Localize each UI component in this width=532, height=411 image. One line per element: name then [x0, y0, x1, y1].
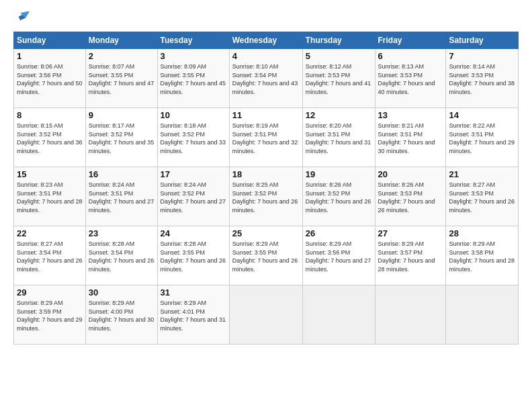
day-number: 11 — [232, 110, 300, 120]
calendar-table: Sunday Monday Tuesday Wednesday Thursday… — [13, 32, 519, 345]
calendar-cell — [446, 285, 519, 345]
day-detail: Sunrise: 8:23 AMSunset: 3:51 PMDaylight:… — [17, 181, 83, 214]
day-detail: Sunrise: 8:29 AMSunset: 3:57 PMDaylight:… — [378, 240, 443, 273]
col-friday: Friday — [375, 32, 446, 49]
calendar-cell: 2Sunrise: 8:07 AMSunset: 3:55 PMDaylight… — [85, 49, 157, 108]
calendar-cell: 24Sunrise: 8:28 AMSunset: 3:55 PMDayligh… — [157, 226, 229, 285]
calendar-cell: 1Sunrise: 8:06 AMSunset: 3:56 PMDaylight… — [14, 49, 86, 108]
logo — [13, 10, 31, 25]
day-detail: Sunrise: 8:29 AMSunset: 4:01 PMDaylight:… — [161, 299, 226, 332]
col-saturday: Saturday — [446, 32, 519, 49]
day-detail: Sunrise: 8:24 AMSunset: 3:52 PMDaylight:… — [161, 181, 226, 214]
page-container: Sunday Monday Tuesday Wednesday Thursday… — [0, 0, 532, 351]
calendar-week-row: 15Sunrise: 8:23 AMSunset: 3:51 PMDayligh… — [14, 167, 519, 226]
day-detail: Sunrise: 8:28 AMSunset: 3:54 PMDaylight:… — [89, 240, 154, 273]
calendar-cell: 19Sunrise: 8:26 AMSunset: 3:52 PMDayligh… — [302, 167, 375, 226]
day-detail: Sunrise: 8:27 AMSunset: 3:54 PMDaylight:… — [17, 240, 83, 273]
day-detail: Sunrise: 8:09 AMSunset: 3:55 PMDaylight:… — [161, 62, 226, 96]
calendar-cell: 28Sunrise: 8:29 AMSunset: 3:58 PMDayligh… — [446, 226, 519, 285]
day-detail: Sunrise: 8:24 AMSunset: 3:51 PMDaylight:… — [89, 181, 154, 214]
day-detail: Sunrise: 8:07 AMSunset: 3:55 PMDaylight:… — [89, 62, 154, 96]
calendar-cell: 21Sunrise: 8:27 AMSunset: 3:53 PMDayligh… — [446, 167, 519, 226]
calendar-cell: 16Sunrise: 8:24 AMSunset: 3:51 PMDayligh… — [85, 167, 157, 226]
col-tuesday: Tuesday — [157, 32, 229, 49]
day-number: 7 — [449, 51, 515, 61]
day-number: 31 — [161, 287, 226, 298]
calendar-week-row: 1Sunrise: 8:06 AMSunset: 3:56 PMDaylight… — [14, 49, 519, 108]
day-number: 10 — [161, 110, 226, 120]
day-number: 21 — [449, 169, 515, 179]
day-number: 27 — [378, 228, 443, 238]
day-detail: Sunrise: 8:13 AMSunset: 3:53 PMDaylight:… — [378, 62, 443, 96]
calendar-cell — [375, 285, 446, 345]
day-detail: Sunrise: 8:29 AMSunset: 3:55 PMDaylight:… — [232, 240, 300, 273]
calendar-cell: 17Sunrise: 8:24 AMSunset: 3:52 PMDayligh… — [157, 167, 229, 226]
day-detail: Sunrise: 8:17 AMSunset: 3:52 PMDaylight:… — [89, 122, 154, 155]
day-number: 26 — [306, 228, 372, 238]
day-detail: Sunrise: 8:29 AMSunset: 3:59 PMDaylight:… — [17, 299, 83, 332]
day-number: 3 — [161, 51, 226, 61]
calendar-cell: 25Sunrise: 8:29 AMSunset: 3:55 PMDayligh… — [229, 226, 302, 285]
calendar-cell — [302, 285, 375, 345]
day-detail: Sunrise: 8:26 AMSunset: 3:53 PMDaylight:… — [378, 181, 443, 214]
day-number: 16 — [89, 169, 154, 179]
day-number: 17 — [161, 169, 226, 179]
col-wednesday: Wednesday — [229, 32, 302, 49]
calendar-cell: 9Sunrise: 8:17 AMSunset: 3:52 PMDaylight… — [85, 108, 157, 167]
calendar-week-row: 29Sunrise: 8:29 AMSunset: 3:59 PMDayligh… — [14, 285, 519, 345]
day-detail: Sunrise: 8:12 AMSunset: 3:53 PMDaylight:… — [306, 62, 372, 96]
day-detail: Sunrise: 8:21 AMSunset: 3:51 PMDaylight:… — [378, 122, 443, 155]
calendar-cell: 6Sunrise: 8:13 AMSunset: 3:53 PMDaylight… — [375, 49, 446, 108]
day-detail: Sunrise: 8:18 AMSunset: 3:52 PMDaylight:… — [161, 122, 226, 155]
day-number: 28 — [449, 228, 515, 238]
col-monday: Monday — [85, 32, 157, 49]
calendar-cell: 11Sunrise: 8:19 AMSunset: 3:51 PMDayligh… — [229, 108, 302, 167]
day-number: 24 — [161, 228, 226, 238]
day-number: 22 — [17, 228, 83, 238]
day-detail: Sunrise: 8:20 AMSunset: 3:51 PMDaylight:… — [306, 122, 372, 155]
col-sunday: Sunday — [14, 32, 86, 49]
calendar-cell: 18Sunrise: 8:25 AMSunset: 3:52 PMDayligh… — [229, 167, 302, 226]
day-detail: Sunrise: 8:15 AMSunset: 3:52 PMDaylight:… — [17, 122, 83, 155]
calendar-cell: 4Sunrise: 8:10 AMSunset: 3:54 PMDaylight… — [229, 49, 302, 108]
calendar-cell: 3Sunrise: 8:09 AMSunset: 3:55 PMDaylight… — [157, 49, 229, 108]
calendar-cell: 30Sunrise: 8:29 AMSunset: 4:00 PMDayligh… — [85, 285, 157, 345]
day-number: 12 — [306, 110, 372, 120]
day-number: 25 — [232, 228, 300, 238]
calendar-header-row: Sunday Monday Tuesday Wednesday Thursday… — [14, 32, 519, 49]
day-number: 19 — [306, 169, 372, 179]
day-detail: Sunrise: 8:22 AMSunset: 3:51 PMDaylight:… — [449, 122, 515, 155]
calendar-cell: 29Sunrise: 8:29 AMSunset: 3:59 PMDayligh… — [14, 285, 86, 345]
calendar-week-row: 8Sunrise: 8:15 AMSunset: 3:52 PMDaylight… — [14, 108, 519, 167]
calendar-cell: 5Sunrise: 8:12 AMSunset: 3:53 PMDaylight… — [302, 49, 375, 108]
day-number: 20 — [378, 169, 443, 179]
calendar-cell: 15Sunrise: 8:23 AMSunset: 3:51 PMDayligh… — [14, 167, 86, 226]
day-number: 15 — [17, 169, 83, 179]
calendar-cell — [229, 285, 302, 345]
page-header — [13, 10, 519, 25]
calendar-cell: 31Sunrise: 8:29 AMSunset: 4:01 PMDayligh… — [157, 285, 229, 345]
calendar-cell: 13Sunrise: 8:21 AMSunset: 3:51 PMDayligh… — [375, 108, 446, 167]
day-detail: Sunrise: 8:14 AMSunset: 3:53 PMDaylight:… — [449, 62, 515, 96]
calendar-cell: 20Sunrise: 8:26 AMSunset: 3:53 PMDayligh… — [375, 167, 446, 226]
day-number: 2 — [89, 51, 154, 61]
day-detail: Sunrise: 8:29 AMSunset: 3:58 PMDaylight:… — [449, 240, 515, 273]
day-number: 30 — [89, 287, 154, 298]
calendar-cell: 26Sunrise: 8:29 AMSunset: 3:56 PMDayligh… — [302, 226, 375, 285]
calendar-cell: 12Sunrise: 8:20 AMSunset: 3:51 PMDayligh… — [302, 108, 375, 167]
day-detail: Sunrise: 8:29 AMSunset: 3:56 PMDaylight:… — [306, 240, 372, 273]
calendar-week-row: 22Sunrise: 8:27 AMSunset: 3:54 PMDayligh… — [14, 226, 519, 285]
col-thursday: Thursday — [302, 32, 375, 49]
day-number: 8 — [17, 110, 83, 120]
calendar-cell: 27Sunrise: 8:29 AMSunset: 3:57 PMDayligh… — [375, 226, 446, 285]
day-detail: Sunrise: 8:26 AMSunset: 3:52 PMDaylight:… — [306, 181, 372, 214]
day-number: 5 — [306, 51, 372, 61]
day-detail: Sunrise: 8:10 AMSunset: 3:54 PMDaylight:… — [232, 62, 300, 96]
calendar-cell: 23Sunrise: 8:28 AMSunset: 3:54 PMDayligh… — [85, 226, 157, 285]
day-number: 6 — [378, 51, 443, 61]
day-number: 14 — [449, 110, 515, 120]
day-detail: Sunrise: 8:19 AMSunset: 3:51 PMDaylight:… — [232, 122, 300, 155]
day-number: 29 — [17, 287, 83, 298]
calendar-cell: 8Sunrise: 8:15 AMSunset: 3:52 PMDaylight… — [14, 108, 86, 167]
day-detail: Sunrise: 8:25 AMSunset: 3:52 PMDaylight:… — [232, 181, 300, 214]
